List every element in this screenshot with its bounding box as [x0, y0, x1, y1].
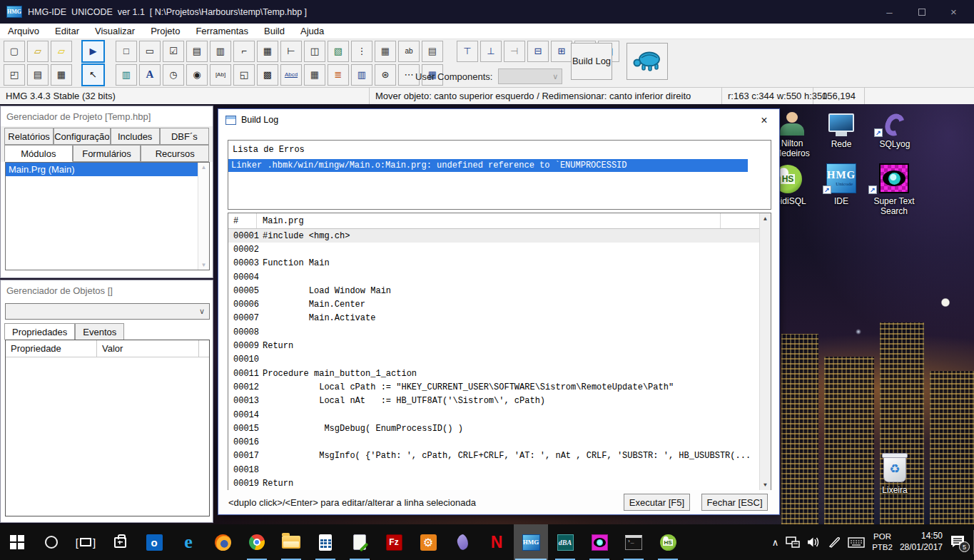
- column-header-propriedade[interactable]: Propriedade: [6, 340, 97, 357]
- objects-combobox[interactable]: ∨: [5, 303, 210, 320]
- code-line-00012[interactable]: 00012 Local cPath := "HKEY_CURRENT_USER\…: [228, 380, 759, 394]
- titlebar[interactable]: HMG HMG-IDE UNICODE ver 1.1 [ N:\Projeto…: [0, 0, 974, 24]
- media-control-button[interactable]: ⊛: [375, 64, 396, 86]
- volume-icon[interactable]: [807, 536, 821, 548]
- taskbar-heidisql[interactable]: HS: [651, 524, 685, 560]
- tray-expand-icon[interactable]: ∧: [772, 537, 779, 548]
- form-button[interactable]: ◰: [4, 64, 25, 86]
- menu-visualizar[interactable]: Visualizar: [87, 24, 143, 39]
- taskbar-netflix[interactable]: N: [480, 524, 514, 560]
- code-line-00017[interactable]: 00017 MsgInfo( {'Path: ', cPath, CRLF+CR…: [228, 449, 759, 463]
- source-doc-button[interactable]: ▤: [27, 64, 49, 86]
- report-button[interactable]: ▦: [51, 64, 72, 86]
- tab-módulos[interactable]: Módulos: [4, 145, 73, 162]
- pen-icon[interactable]: [828, 536, 841, 548]
- taskbar-cortana[interactable]: [34, 524, 69, 560]
- notebook-control-button[interactable]: ▤: [422, 41, 443, 62]
- grid-control-button[interactable]: ▦: [257, 41, 278, 62]
- code-line-00014[interactable]: 00014: [228, 408, 759, 422]
- executar-button[interactable]: Executar [F5]: [624, 494, 690, 511]
- taskbar-store[interactable]: [103, 524, 137, 560]
- align-center-h-button[interactable]: ⊟: [527, 41, 549, 62]
- frame-control-button[interactable]: ◫: [304, 41, 325, 62]
- tab-dbf´s[interactable]: DBF´s: [160, 128, 209, 145]
- tab-relatórios[interactable]: Relatórios: [4, 128, 54, 145]
- taskbar-outlook[interactable]: o: [137, 524, 171, 560]
- progressbar-control-button[interactable]: ▥: [351, 64, 372, 86]
- groupbox-control-button[interactable]: [Ab]: [210, 64, 231, 86]
- desktop-icon-sqlyog[interactable]: ↗SQLyog: [872, 105, 918, 149]
- menu-build[interactable]: Build: [256, 24, 293, 39]
- source-viewer[interactable]: # Main.prg 00001#include <hmg.ch>0000200…: [228, 213, 771, 491]
- build-log-button[interactable]: Build Log: [571, 43, 612, 80]
- open-project-button[interactable]: ▱: [27, 41, 49, 62]
- code-line-00019[interactable]: 00019Return: [228, 477, 759, 490]
- scroll-down-icon[interactable]: ▼: [764, 482, 767, 488]
- library-button[interactable]: ▥: [116, 64, 137, 86]
- close-button[interactable]: ×: [938, 0, 970, 24]
- list-item[interactable]: Main.Prg (Main): [6, 163, 198, 176]
- tab-propriedades[interactable]: Propriedades: [4, 323, 75, 340]
- combobox-control-button[interactable]: ▥: [210, 41, 231, 62]
- taskbar-start-button[interactable]: [0, 524, 34, 560]
- button-control-button[interactable]: ▭: [139, 41, 161, 62]
- taskbar-calculator[interactable]: [308, 524, 343, 560]
- language-indicator[interactable]: POR PTB2: [872, 531, 893, 553]
- tab-formulários[interactable]: Formulários: [73, 145, 141, 162]
- checkbox-control-button[interactable]: ☑: [163, 41, 184, 62]
- align-top-button[interactable]: ⊤: [457, 41, 478, 62]
- clock[interactable]: 14:50 28/01/2017: [900, 531, 943, 553]
- fechar-button[interactable]: Fechar [ESC]: [701, 494, 768, 511]
- code-line-00015[interactable]: 00015 MsgDebug( EnumProcessID() ): [228, 422, 759, 435]
- menu-projeto[interactable]: Projeto: [143, 24, 188, 39]
- taskbar-settings[interactable]: ⚙: [411, 524, 445, 560]
- tab-configuração[interactable]: Configuração: [54, 128, 110, 145]
- code-scrollbar[interactable]: ▲▼: [759, 213, 771, 490]
- tab-control-button[interactable]: ◱: [233, 64, 255, 86]
- taskbar-filezilla[interactable]: Fz: [377, 524, 411, 560]
- code-line-00004[interactable]: 00004: [228, 270, 759, 284]
- scroll-down-icon[interactable]: ▼: [201, 262, 207, 268]
- code-line-00008[interactable]: 00008: [228, 325, 759, 339]
- taskbar-chrome[interactable]: [240, 524, 274, 560]
- wizard-control-button[interactable]: ▩: [257, 64, 278, 86]
- tab-eventos[interactable]: Eventos: [75, 323, 124, 340]
- code-line-00005[interactable]: 00005 Load Window Main: [228, 284, 759, 297]
- label-control-button[interactable]: A: [139, 64, 161, 86]
- calendar-control-button[interactable]: ▦: [304, 64, 325, 86]
- window-control-button[interactable]: □: [116, 41, 137, 62]
- build-log-close-button[interactable]: ×: [756, 113, 772, 128]
- code-line-00002[interactable]: 00002: [228, 243, 759, 256]
- align-bottom-button[interactable]: ⊥: [480, 41, 502, 62]
- desktop-icon-supertext[interactable]: ↗Super Text Search: [866, 162, 922, 217]
- scrollbar[interactable]: ▲▼: [198, 163, 209, 270]
- network-icon[interactable]: [786, 536, 800, 548]
- code-line-00013[interactable]: 00013 Local nAt := HB_UTF8AT('\Sistrom\'…: [228, 394, 759, 408]
- desktop-icon-rede[interactable]: Rede: [821, 105, 862, 149]
- column-header-valor[interactable]: Valor: [97, 340, 199, 357]
- taskbar-super-text-search[interactable]: [582, 524, 617, 560]
- scroll-up-icon[interactable]: ▲: [764, 215, 767, 222]
- radio-control-button[interactable]: ◉: [186, 64, 208, 86]
- desktop-icon-ide[interactable]: HMGUnicode↗IDE: [821, 162, 862, 206]
- line-control-button[interactable]: ⌐: [233, 41, 255, 62]
- image-control-button[interactable]: ▧: [328, 41, 349, 62]
- tree-control-button[interactable]: ⋮: [351, 41, 372, 62]
- code-line-00007[interactable]: 00007 Main.Activate: [228, 312, 759, 325]
- code-line-00011[interactable]: 00011Procedure main_button_1_action: [228, 367, 759, 380]
- colorlist-control-button[interactable]: ≣: [328, 64, 349, 86]
- taskbar-mysql-dolphin[interactable]: [445, 524, 480, 560]
- user-components-combobox[interactable]: ∨: [498, 68, 562, 84]
- run-button[interactable]: ▶: [81, 40, 105, 63]
- code-line-00018[interactable]: 00018: [228, 463, 759, 477]
- menu-ferramentas[interactable]: Ferramentas: [188, 24, 256, 39]
- error-row-selected[interactable]: Linker .hbmk/win/mingw/Main.o:Main.prg: …: [228, 159, 748, 172]
- taskbar-firefox[interactable]: [206, 524, 240, 560]
- menu-editar[interactable]: Editar: [47, 24, 87, 39]
- debug-turtle-button[interactable]: [626, 43, 668, 80]
- textbox-control-button[interactable]: ab: [398, 41, 420, 62]
- taskbar-edge[interactable]: e: [171, 524, 206, 560]
- taskbar-command-prompt[interactable]: ›_: [617, 524, 651, 560]
- slider-control-button[interactable]: ⊢: [280, 41, 302, 62]
- hyperlink-control-button[interactable]: Abcd: [280, 64, 302, 86]
